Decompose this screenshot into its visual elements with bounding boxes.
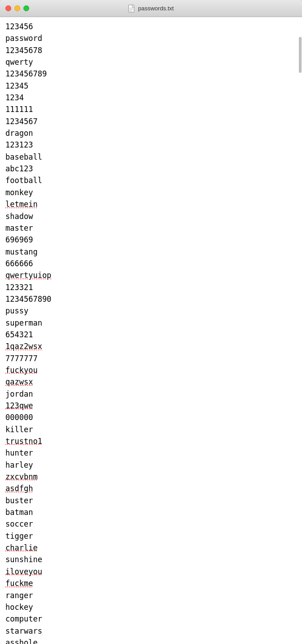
list-item: password [5,32,295,44]
scrollbar-track[interactable] [298,34,302,644]
password-list: 123456password12345678qwerty123456789123… [5,21,295,644]
list-item: iloveyou [5,566,295,577]
list-item: asshole [5,637,295,644]
maximize-button[interactable] [23,5,29,11]
list-item: superman [5,317,295,329]
list-item: 123qwe [5,400,295,411]
list-item: 654321 [5,329,295,340]
scrollbar-thumb[interactable] [299,37,302,73]
list-item: 111111 [5,103,295,115]
list-item: pussy [5,305,295,317]
list-item: baseball [5,151,295,163]
list-item: 123456 [5,21,295,32]
list-item: qwertyuiop [5,269,295,281]
list-item: 000000 [5,411,295,423]
list-item: ranger [5,590,295,601]
list-item: master [5,222,295,234]
minimize-button[interactable] [14,5,20,11]
list-item: fuckyou [5,364,295,376]
list-item: 1234567 [5,116,295,127]
list-item: 12345 [5,80,295,92]
list-item: 123456789 [5,68,295,80]
list-item: 1234567890 [5,293,295,305]
list-item: batman [5,506,295,518]
list-item: 123123 [5,139,295,151]
content-area[interactable]: 123456password12345678qwerty123456789123… [0,17,302,644]
file-icon [128,4,135,13]
list-item: 12345678 [5,45,295,56]
title-bar-center: passwords.txt [128,4,173,13]
list-item: charlie [5,542,295,554]
close-button[interactable] [5,5,11,11]
window: passwords.txt 123456password12345678qwer… [0,0,302,644]
title-bar: passwords.txt [0,0,302,17]
list-item: killer [5,424,295,435]
list-item: asdfgh [5,483,295,494]
list-item: buster [5,495,295,506]
list-item: sunshine [5,554,295,565]
list-item: shadow [5,210,295,222]
window-title: passwords.txt [138,5,173,12]
list-item: starwars [5,625,295,637]
list-item: 1qaz2wsx [5,340,295,352]
list-item: qazwsx [5,376,295,388]
list-item: 1234 [5,92,295,103]
list-item: fuckme [5,577,295,589]
list-item: zxcvbnm [5,471,295,483]
list-item: 123321 [5,282,295,293]
list-item: jordan [5,388,295,400]
list-item: computer [5,613,295,625]
svg-rect-0 [129,5,134,12]
list-item: 666666 [5,258,295,269]
list-item: 7777777 [5,353,295,364]
list-item: harley [5,459,295,471]
list-item: football [5,174,295,186]
list-item: monkey [5,187,295,198]
list-item: 696969 [5,234,295,246]
list-item: hockey [5,601,295,613]
list-item: trustno1 [5,435,295,447]
list-item: mustang [5,246,295,258]
list-item: tigger [5,530,295,542]
list-item: abc123 [5,163,295,174]
list-item: hunter [5,447,295,459]
list-item: qwerty [5,56,295,68]
list-item: dragon [5,127,295,139]
list-item: soccer [5,518,295,530]
list-item: letmein [5,198,295,210]
traffic-lights [5,5,29,11]
